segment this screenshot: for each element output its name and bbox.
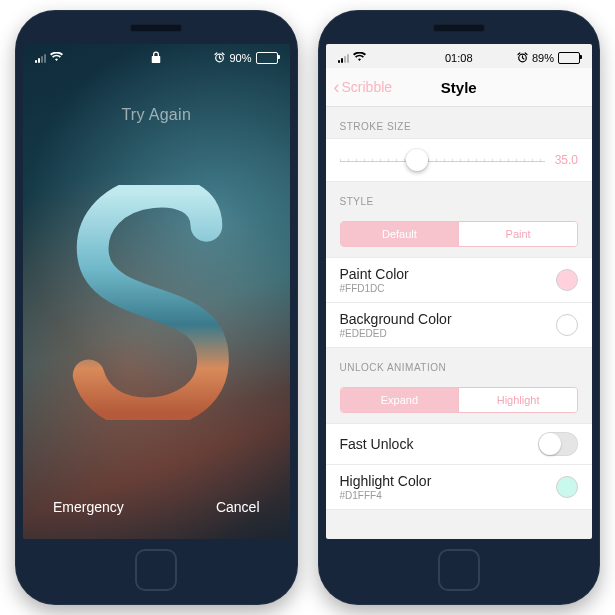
segment-paint[interactable]: Paint [458,222,577,246]
paint-color-label: Paint Color [340,266,409,282]
back-button[interactable]: ‹ Scribble [334,78,393,96]
highlight-color-swatch[interactable] [556,476,578,498]
battery-percent: 89% [532,52,554,64]
battery-icon [558,52,580,64]
paint-color-cell[interactable]: Paint Color #FFD1DC [326,257,593,303]
battery-icon [256,52,278,64]
highlight-color-cell[interactable]: Highlight Color #D1FFF4 [326,465,593,510]
phone-speaker [433,24,485,32]
home-button[interactable] [135,549,177,591]
fast-unlock-toggle[interactable] [538,432,578,456]
wifi-icon [50,52,63,64]
back-label: Scribble [342,79,393,95]
emergency-button[interactable]: Emergency [53,499,124,515]
segment-highlight[interactable]: Highlight [458,388,577,412]
cancel-button[interactable]: Cancel [216,499,260,515]
battery-percent: 90% [229,52,251,64]
phone-left-lockscreen: 90% Try Again [15,10,298,605]
alarm-icon [517,52,528,65]
wifi-icon [353,52,366,64]
page-title: Style [441,79,477,96]
chevron-left-icon: ‹ [334,78,340,96]
scribble-letter[interactable] [23,124,290,481]
status-bar: 90% [23,44,290,68]
status-time: 01:08 [445,52,473,64]
unlock-segmented-control[interactable]: ExpandHighlight [340,387,579,413]
phone-speaker [130,24,182,32]
segment-expand[interactable]: Expand [341,388,459,412]
paint-color-swatch[interactable] [556,269,578,291]
highlight-color-label: Highlight Color [340,473,432,489]
section-header-stroke: Stroke Size [326,107,593,138]
stroke-size-slider[interactable]: 35.0 [326,138,593,182]
slider-thumb[interactable] [406,149,428,171]
background-color-swatch[interactable] [556,314,578,336]
lock-icon [152,51,161,65]
phone-right-settings: 01:08 89% ‹ Scribble Style [318,10,601,605]
lock-prompt: Try Again [121,106,191,124]
status-bar: 01:08 89% [326,44,593,68]
navbar: ‹ Scribble Style [326,68,593,107]
paint-color-hex: #FFD1DC [340,283,409,294]
section-header-style: Style [326,182,593,213]
alarm-icon [214,52,225,65]
settings-screen: 01:08 89% ‹ Scribble Style [326,44,593,539]
lockscreen: 90% Try Again [23,44,290,539]
home-button[interactable] [438,549,480,591]
stroke-size-value: 35.0 [555,153,578,167]
fast-unlock-cell: Fast Unlock [326,423,593,465]
highlight-color-hex: #D1FFF4 [340,490,432,501]
segment-default[interactable]: Default [341,222,459,246]
style-segmented-control[interactable]: DefaultPaint [340,221,579,247]
background-color-label: Background Color [340,311,452,327]
fast-unlock-label: Fast Unlock [340,436,414,452]
signal-strength-icon [338,53,349,63]
signal-strength-icon [35,53,46,63]
section-header-unlock: Unlock Animation [326,348,593,379]
background-color-cell[interactable]: Background Color #EDEDED [326,303,593,348]
background-color-hex: #EDEDED [340,328,452,339]
